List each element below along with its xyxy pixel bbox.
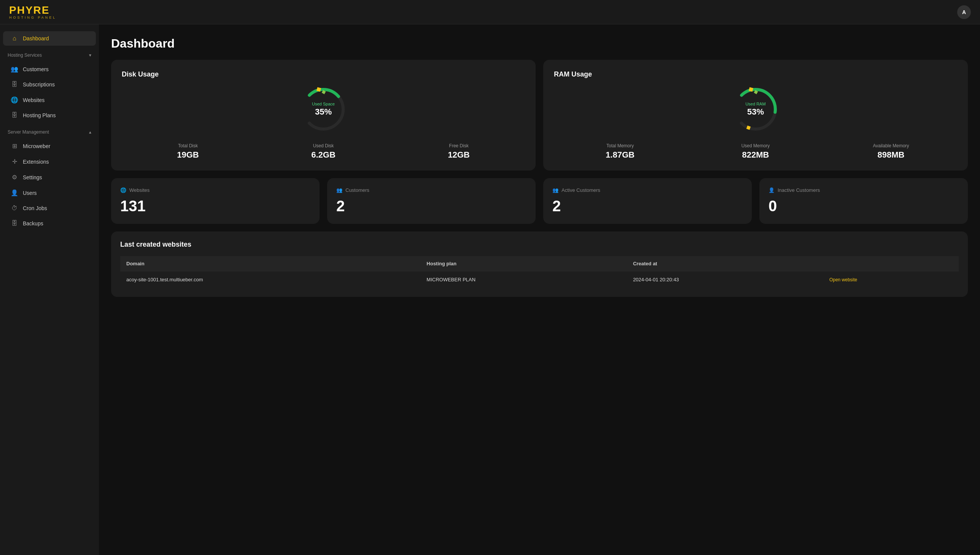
stat-websites-label: Websites <box>129 187 150 193</box>
disk-gauge: Used Space 35% <box>299 85 348 134</box>
sidebar-item-dashboard[interactable]: ⌂ Dashboard <box>3 31 96 46</box>
stat-active-value: 2 <box>552 197 743 215</box>
disk-used-value: 6.2GB <box>257 150 390 160</box>
ram-percentage: 53% <box>745 107 766 117</box>
stat-active-label: Active Customers <box>561 187 600 193</box>
content-area: Dashboard Disk Usage <box>99 24 980 555</box>
last-websites-section: Last created websites Domain Hosting pla… <box>111 231 968 297</box>
sidebar-item-backups[interactable]: 🗄 Backups <box>3 216 96 231</box>
hosting-section-label: Hosting Services <box>8 53 42 58</box>
disk-total-label: Total Disk <box>122 143 254 148</box>
server-chevron-icon: ▴ <box>89 130 91 135</box>
stat-card-inactive-customers[interactable]: 👤 Inactive Customers 0 <box>759 178 968 224</box>
col-plan: Hosting plan <box>420 256 627 271</box>
disk-free-value: 12GB <box>393 150 525 160</box>
sidebar-item-extensions[interactable]: ✛ Extensions <box>3 154 96 169</box>
extensions-icon: ✛ <box>11 158 18 165</box>
col-created: Created at <box>627 256 823 271</box>
sidebar-websites-label: Websites <box>23 97 45 103</box>
stats-row: 🌐 Websites 131 👥 Customers 2 👥 Active Cu… <box>111 178 968 224</box>
sidebar-item-microweber[interactable]: ⊞ Microweber <box>3 139 96 153</box>
ram-gauge: Used RAM 53% <box>731 85 780 134</box>
sidebar-item-users[interactable]: 👤 Users <box>3 185 96 200</box>
stat-active-header: 👥 Active Customers <box>552 187 743 193</box>
websites-icon: 🌐 <box>11 96 18 104</box>
ram-used-value: 822MB <box>689 150 822 160</box>
col-action <box>823 256 959 271</box>
ram-gauge-section: Used RAM 53% <box>554 85 957 134</box>
stat-customers-label: Customers <box>345 187 369 193</box>
sidebar-item-websites[interactable]: 🌐 Websites <box>3 93 96 107</box>
stat-card-customers[interactable]: 👥 Customers 2 <box>327 178 536 224</box>
disk-used: Used Disk 6.2GB <box>257 143 390 160</box>
inactive-customers-icon: 👤 <box>769 187 775 193</box>
ram-gauge-label: Used RAM 53% <box>745 102 766 117</box>
row-action[interactable]: Open website <box>823 271 959 288</box>
stat-websites-value: 131 <box>120 197 310 215</box>
disk-gauge-section: Used Space 35% <box>122 85 525 134</box>
stat-customers-value: 2 <box>336 197 526 215</box>
microweber-icon: ⊞ <box>11 142 18 149</box>
sidebar-item-cron-jobs[interactable]: ⏱ Cron Jobs <box>3 201 96 215</box>
disk-gauge-label: Used Space 35% <box>312 102 335 117</box>
subscriptions-icon: 🗄 <box>11 81 18 88</box>
ram-available: Available Memory 898MB <box>825 143 957 160</box>
sidebar-dashboard-label: Dashboard <box>23 35 49 42</box>
open-website-link[interactable]: Open website <box>829 277 857 282</box>
stat-customers-header: 👥 Customers <box>336 187 526 193</box>
logo-sub: HOSTING PANEL <box>9 16 56 19</box>
table-row: acoy-site-1001.test.multiueber.com MICRO… <box>120 271 959 288</box>
ram-used: Used Memory 822MB <box>689 143 822 160</box>
cron-jobs-icon: ⏱ <box>11 205 18 212</box>
customers-stat-icon: 👥 <box>336 187 342 193</box>
sidebar-customers-label: Customers <box>23 66 49 72</box>
home-icon: ⌂ <box>11 35 18 42</box>
row-domain: acoy-site-1001.test.multiueber.com <box>120 271 420 288</box>
ram-total: Total Memory 1.87GB <box>554 143 686 160</box>
globe-icon: 🌐 <box>120 187 126 193</box>
col-domain: Domain <box>120 256 420 271</box>
disk-stats: Total Disk 19GB Used Disk 6.2GB Free Dis… <box>122 143 525 160</box>
stat-inactive-label: Inactive Customers <box>778 187 820 193</box>
sidebar-cron-jobs-label: Cron Jobs <box>23 205 47 211</box>
table-title: Last created websites <box>120 241 959 249</box>
usage-cards-row: Disk Usage Used Space <box>111 60 968 170</box>
disk-total-value: 19GB <box>122 150 254 160</box>
sidebar: ⌂ Dashboard Hosting Services ▾ 👥 Custome… <box>0 24 99 555</box>
customers-icon: 👥 <box>11 66 18 73</box>
ram-stats: Total Memory 1.87GB Used Memory 822MB Av… <box>554 143 957 160</box>
sidebar-item-customers[interactable]: 👥 Customers <box>3 62 96 77</box>
ram-avail-value: 898MB <box>825 150 957 160</box>
sidebar-hosting-plans-label: Hosting Plans <box>23 112 56 119</box>
logo-main: PHYRE <box>9 5 56 16</box>
disk-free-label: Free Disk <box>393 143 525 148</box>
sidebar-extensions-label: Extensions <box>23 159 49 165</box>
disk-total: Total Disk 19GB <box>122 143 254 160</box>
sidebar-item-subscriptions[interactable]: 🗄 Subscriptions <box>3 77 96 92</box>
stat-card-websites[interactable]: 🌐 Websites 131 <box>111 178 320 224</box>
sidebar-subscriptions-label: Subscriptions <box>23 82 55 88</box>
stat-websites-header: 🌐 Websites <box>120 187 310 193</box>
disk-percentage: 35% <box>312 107 335 117</box>
settings-icon: ⚙ <box>11 173 18 181</box>
avatar[interactable]: A <box>957 5 971 19</box>
sidebar-microweber-label: Microweber <box>23 143 50 149</box>
sidebar-item-settings[interactable]: ⚙ Settings <box>3 170 96 184</box>
backups-icon: 🗄 <box>11 220 18 227</box>
ram-total-label: Total Memory <box>554 143 686 148</box>
topbar: PHYRE HOSTING PANEL A <box>0 0 980 24</box>
sidebar-item-hosting-plans[interactable]: 🗄 Hosting Plans <box>3 108 96 123</box>
websites-table: Domain Hosting plan Created at acoy-site… <box>120 256 959 288</box>
server-section-header: Server Management ▴ <box>0 124 99 138</box>
ram-total-value: 1.87GB <box>554 150 686 160</box>
stat-inactive-value: 0 <box>769 197 959 215</box>
ram-usage-card: RAM Usage Used RAM 53% <box>543 60 968 170</box>
hosting-section-header: Hosting Services ▾ <box>0 47 99 61</box>
sidebar-users-label: Users <box>23 190 37 196</box>
active-customers-icon: 👥 <box>552 187 558 193</box>
stat-inactive-header: 👤 Inactive Customers <box>769 187 959 193</box>
stat-card-active-customers[interactable]: 👥 Active Customers 2 <box>543 178 752 224</box>
disk-free: Free Disk 12GB <box>393 143 525 160</box>
ram-used-label: Used RAM <box>745 102 766 106</box>
disk-used-space-label: Used Space <box>312 102 335 106</box>
